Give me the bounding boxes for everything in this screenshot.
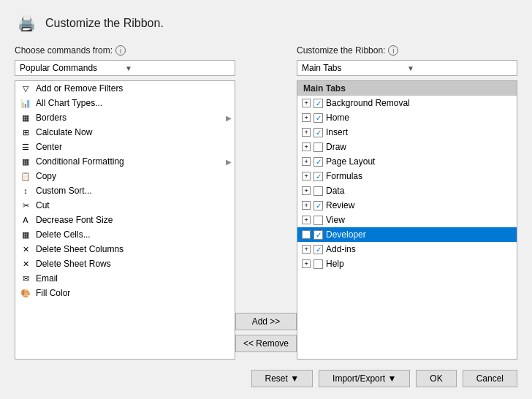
tree-item-label: Insert (326, 127, 348, 137)
tree-item[interactable]: +Formulas (297, 169, 517, 183)
list-item-icon: ☰ (20, 141, 31, 153)
list-item-text: Center (36, 142, 232, 152)
tree-item-checkbox[interactable] (314, 216, 323, 225)
list-item-text: Email (36, 273, 232, 284)
tree-expand-btn[interactable]: + (302, 186, 311, 195)
ok-button[interactable]: OK (416, 370, 456, 387)
list-item[interactable]: ↕Custom Sort... (15, 183, 235, 198)
tree-item[interactable]: +Help (297, 256, 517, 271)
tree-expand-btn[interactable]: + (302, 99, 311, 107)
tree-item-label: View (326, 215, 345, 225)
choose-commands-info-icon[interactable]: i (115, 45, 126, 56)
list-item-text: Custom Sort... (36, 186, 232, 196)
tree-expand-btn[interactable]: + (302, 216, 311, 224)
tree-item-checkbox[interactable] (314, 245, 323, 254)
list-item-icon: 🎨 (20, 287, 31, 299)
list-item[interactable]: ⊞Calculate Now (15, 125, 235, 140)
tree-item-checkbox[interactable] (314, 142, 323, 152)
main-tabs-header: Main Tabs (297, 81, 517, 96)
tree-item-checkbox[interactable] (314, 186, 323, 196)
import-export-button[interactable]: Import/Export ▼ (319, 370, 410, 387)
choose-commands-dropdown[interactable]: Popular Commands ▼ (15, 60, 235, 76)
list-item-icon: ▦ (20, 229, 31, 240)
list-item-icon: ✉ (20, 273, 31, 284)
customize-ribbon-label: Customize the Ribbon: (297, 45, 385, 56)
list-item-text: Delete Sheet Columns (36, 244, 232, 254)
list-item-icon: A (20, 214, 31, 226)
choose-commands-dropdown-arrow: ▼ (125, 64, 230, 72)
list-item-text: Cut (36, 200, 232, 210)
list-item[interactable]: ✕Delete Sheet Columns (15, 242, 235, 256)
tree-item-label: Background Removal (326, 98, 410, 108)
tree-item[interactable]: +Review (297, 198, 517, 213)
list-item[interactable]: ADecrease Font Size (15, 213, 235, 227)
list-item-text: Add or Remove Filters (36, 83, 232, 94)
list-item-icon: 📊 (20, 97, 31, 109)
bottom-bar: Reset ▼ Import/Export ▼ OK Cancel (15, 367, 517, 387)
list-item-icon: ↕ (20, 185, 31, 197)
customize-ribbon-label-row: Customize the Ribbon: i (297, 45, 517, 56)
tree-item-label: Review (326, 200, 354, 210)
cancel-button[interactable]: Cancel (463, 370, 517, 387)
tree-item[interactable]: +Data (297, 183, 517, 198)
commands-list-items: ▽Add or Remove Filters📊All Chart Types..… (15, 81, 235, 300)
list-item-text: Delete Sheet Rows (36, 259, 232, 269)
tree-item[interactable]: +View (297, 213, 517, 227)
tree-expand-btn[interactable]: + (302, 230, 311, 239)
reset-button[interactable]: Reset ▼ (251, 370, 314, 387)
tree-item[interactable]: +Page Layout (297, 154, 517, 169)
list-item[interactable]: ▽Add or Remove Filters (15, 81, 235, 96)
tree-expand-btn[interactable]: + (302, 172, 311, 180)
list-item[interactable]: ▦Delete Cells... (15, 227, 235, 242)
remove-button[interactable]: << Remove (235, 335, 297, 352)
list-item-text: Delete Cells... (36, 229, 232, 240)
tree-item-checkbox[interactable] (314, 157, 323, 167)
tree-expand-btn[interactable]: + (302, 259, 311, 268)
list-item[interactable]: ✉Email (15, 271, 235, 286)
customize-ribbon-dropdown[interactable]: Main Tabs ▼ (297, 60, 517, 76)
tree-item-checkbox[interactable] (314, 201, 323, 210)
tree-expand-btn[interactable]: + (302, 113, 311, 122)
tree-expand-btn[interactable]: + (302, 157, 311, 166)
tree-item-checkbox[interactable] (314, 99, 323, 108)
list-item[interactable]: 📊All Chart Types... (15, 96, 235, 110)
list-item[interactable]: 📋Copy (15, 169, 235, 183)
commands-list[interactable]: ▽Add or Remove Filters📊All Chart Types..… (15, 80, 235, 360)
list-item-icon: ▽ (20, 83, 31, 94)
list-item[interactable]: ✂Cut (15, 198, 235, 213)
customize-ribbon-dropdown-arrow: ▼ (407, 64, 512, 72)
list-item-icon: ⊞ (20, 126, 31, 138)
tree-item-checkbox[interactable] (314, 230, 323, 240)
add-button[interactable]: Add >> (235, 313, 297, 330)
tree-item-label: Home (326, 113, 349, 123)
tree-item[interactable]: +Home (297, 110, 517, 125)
tree-item-checkbox[interactable] (314, 128, 323, 137)
tree-item-checkbox[interactable] (314, 172, 323, 181)
tree-expand-btn[interactable]: + (302, 201, 311, 210)
tree-item[interactable]: +Add-ins (297, 242, 517, 256)
list-item[interactable]: ☰Center (15, 140, 235, 154)
tree-item[interactable]: +Background Removal (297, 96, 517, 110)
customize-ribbon-info-icon[interactable]: i (388, 45, 398, 56)
tree-item-label: Help (326, 259, 344, 269)
tree-expand-btn[interactable]: + (302, 128, 311, 137)
list-item-text: Fill Color (36, 288, 232, 298)
tree-expand-btn[interactable]: + (302, 245, 311, 254)
tree-item-label: Draw (326, 142, 346, 152)
tree-item[interactable]: +Developer (297, 227, 517, 242)
choose-commands-label-row: Choose commands from: i (15, 45, 235, 56)
tree-item-checkbox[interactable] (314, 113, 323, 123)
list-item-icon: ▦ (20, 112, 31, 123)
list-item[interactable]: ✕Delete Sheet Rows (15, 256, 235, 271)
list-item[interactable]: ▦Borders▶ (15, 110, 235, 125)
ribbon-tree[interactable]: Main Tabs +Background Removal+Home+Inser… (297, 80, 517, 360)
list-item-icon: 📋 (20, 170, 31, 182)
tree-item[interactable]: +Insert (297, 125, 517, 140)
tree-item[interactable]: +Draw (297, 140, 517, 154)
tree-expand-btn[interactable]: + (302, 142, 311, 151)
list-item[interactable]: 🎨Fill Color (15, 286, 235, 300)
tree-item-checkbox[interactable] (314, 259, 323, 269)
dialog-icon: 🖨️ (15, 12, 38, 35)
right-column: Customize the Ribbon: i Main Tabs ▼ Main… (297, 45, 517, 360)
list-item[interactable]: ▦Conditional Formatting▶ (15, 154, 235, 169)
